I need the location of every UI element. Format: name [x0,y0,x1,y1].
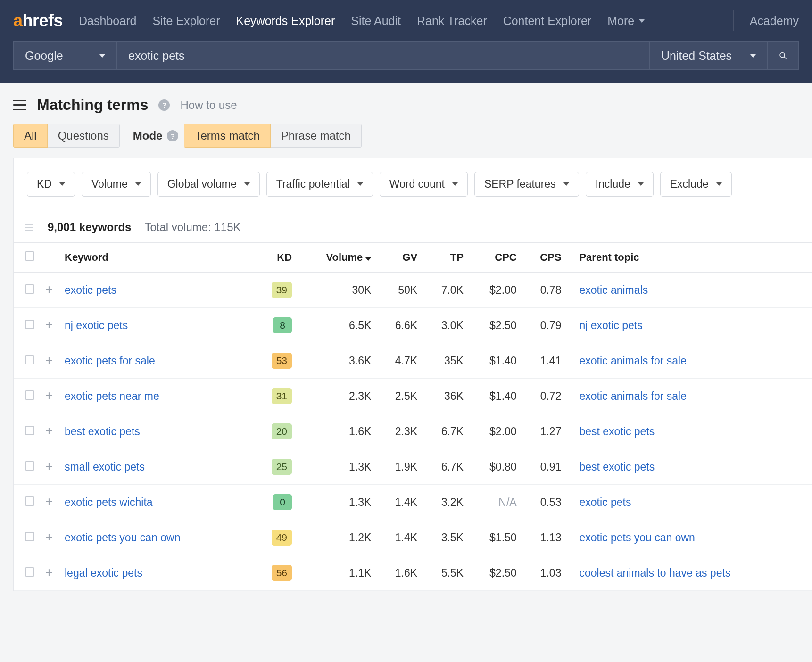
total-volume: Total volume: 115K [144,221,240,234]
keyword-link[interactable]: exotic pets for sale [65,355,155,367]
chevron-down-icon [59,182,65,186]
keyword-link[interactable]: exotic pets wichita [65,496,153,508]
parent-topic-link[interactable]: coolest animals to have as pets [579,567,730,579]
filter-include[interactable]: Include [586,172,654,197]
parent-topic-link[interactable]: exotic pets [579,496,631,508]
how-to-use-link[interactable]: How to use [180,99,237,112]
col-cps[interactable]: CPS [522,243,566,273]
cell-gv: 6.6K [376,308,422,343]
help-icon[interactable]: ? [167,130,178,141]
col-cpc[interactable]: CPC [468,243,522,273]
row-checkbox[interactable] [25,497,34,506]
pill-all[interactable]: All [13,124,48,148]
keyword-link[interactable]: exotic pets [65,284,116,296]
drag-handle-icon[interactable] [24,224,34,231]
keyword-link[interactable]: legal exotic pets [65,567,142,579]
search-bar: Google exotic pets United States [0,41,812,83]
cell-cpc: $2.50 [468,555,522,591]
filter-exclude[interactable]: Exclude [660,172,732,197]
cell-tp: 3.0K [422,308,468,343]
pill-questions[interactable]: Questions [48,124,120,148]
parent-topic-link[interactable]: best exotic pets [579,425,655,438]
parent-topic-link[interactable]: exotic animals [579,284,648,296]
chevron-down-icon [99,54,105,58]
expand-icon[interactable]: + [44,532,54,542]
select-all-checkbox[interactable] [25,251,34,261]
keyword-link[interactable]: nj exotic pets [65,319,128,331]
parent-topic-link[interactable]: best exotic pets [579,461,655,473]
pill-terms-match[interactable]: Terms match [184,124,270,148]
expand-icon[interactable]: + [44,567,54,578]
filter-word-count[interactable]: Word count [380,172,468,197]
parent-topic-link[interactable]: exotic pets you can own [579,531,695,544]
help-icon[interactable]: ? [158,99,170,111]
filter-traffic-potential[interactable]: Traffic potential [266,172,373,197]
expand-icon[interactable]: + [44,497,54,507]
nav-content-explorer[interactable]: Content Explorer [503,14,592,28]
filter-serp-features[interactable]: SERP features [474,172,579,197]
col-parent-topic[interactable]: Parent topic [566,243,812,273]
row-checkbox[interactable] [25,532,34,541]
cell-cpc: $2.00 [468,273,522,308]
keyword-link[interactable]: best exotic pets [65,425,140,438]
nav-academy[interactable]: Academy [750,14,799,28]
nav-dashboard[interactable]: Dashboard [79,14,136,28]
cell-cpc: $1.40 [468,343,522,379]
hamburger-icon[interactable] [13,100,26,110]
nav-keywords-explorer[interactable]: Keywords Explorer [236,14,335,28]
row-checkbox[interactable] [25,320,34,329]
row-checkbox[interactable] [25,567,34,577]
keywords-table: Keyword KD Volume GV TP CPC CPS Parent t… [14,243,812,591]
search-submit-button[interactable] [768,41,799,70]
row-checkbox[interactable] [25,426,34,435]
row-checkbox[interactable] [25,284,34,294]
parent-topic-link[interactable]: exotic animals for sale [579,355,687,367]
nav-rank-tracker[interactable]: Rank Tracker [417,14,487,28]
expand-icon[interactable]: + [44,355,54,365]
cell-tp: 6.7K [422,449,468,485]
chevron-down-icon [638,182,644,186]
table-row: +nj exotic pets86.5K6.6K3.0K$2.500.79nj … [14,308,812,343]
pills-row: AllQuestions Mode ? Terms matchPhrase ma… [0,124,812,158]
expand-icon[interactable]: + [44,320,54,330]
nav-site-audit[interactable]: Site Audit [351,14,401,28]
expand-icon[interactable]: + [44,284,54,295]
table-row: +exotic pets near me312.3K2.5K36K$1.400.… [14,379,812,414]
cell-tp: 7.0K [422,273,468,308]
col-volume[interactable]: Volume [297,243,376,273]
chevron-down-icon [750,54,756,58]
cell-volume: 1.2K [297,520,376,555]
filter-volume[interactable]: Volume [82,172,151,197]
col-gv[interactable]: GV [376,243,422,273]
row-checkbox[interactable] [25,390,34,400]
cell-gv: 1.9K [376,449,422,485]
keyword-link[interactable]: exotic pets near me [65,390,159,402]
logo[interactable]: ahrefs [13,11,63,31]
parent-topic-link[interactable]: exotic animals for sale [579,390,687,402]
row-checkbox[interactable] [25,355,34,364]
parent-topic-link[interactable]: nj exotic pets [579,319,642,331]
keyword-link[interactable]: exotic pets you can own [65,531,180,544]
search-query-input[interactable]: exotic pets [117,41,650,70]
col-tp[interactable]: TP [422,243,468,273]
pill-phrase-match[interactable]: Phrase match [271,124,362,148]
search-engine-select[interactable]: Google [13,41,117,70]
nav-site-explorer[interactable]: Site Explorer [152,14,220,28]
expand-icon[interactable]: + [44,390,54,401]
divider [733,10,734,31]
expand-icon[interactable]: + [44,426,54,436]
cell-cpc: $1.40 [468,379,522,414]
kd-badge: 49 [272,530,292,546]
row-checkbox[interactable] [25,461,34,471]
filter-global-volume[interactable]: Global volume [157,172,260,197]
col-keyword[interactable]: Keyword [60,243,253,273]
filter-kd[interactable]: KD [27,172,75,197]
kd-badge: 53 [272,353,292,369]
expand-icon[interactable]: + [44,461,54,472]
table-row: +exotic pets wichita01.3K1.4K3.2KN/A0.53… [14,485,812,520]
pill-group-mode: Terms matchPhrase match [184,124,361,148]
search-country-select[interactable]: United States [650,41,768,70]
col-kd[interactable]: KD [253,243,297,273]
keyword-link[interactable]: small exotic pets [65,461,145,473]
nav-more[interactable]: More [607,14,645,28]
